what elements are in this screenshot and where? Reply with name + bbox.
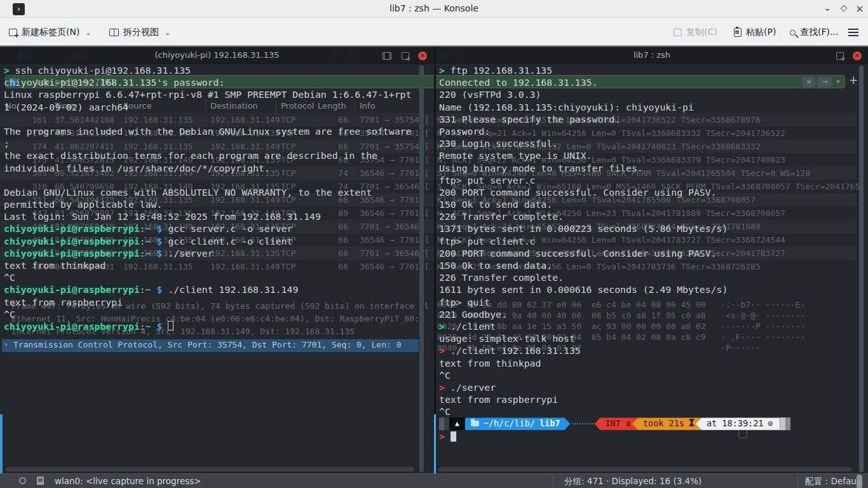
right-pane-scrollbar[interactable] — [859, 65, 864, 472]
text-segment: 200 PORT command successful. Consider us… — [439, 187, 717, 198]
powerline-cap — [439, 417, 444, 430]
window-minimize-button[interactable]: ⌄ — [820, 3, 834, 15]
terminal-line: text from raspberrypi — [439, 393, 855, 405]
detach-tab-icon[interactable] — [836, 52, 844, 60]
terminal-line: 150 Ok to send data. — [439, 259, 855, 271]
pane-divider-focus — [434, 414, 436, 473]
profile-text[interactable]: 配置：Defau — [805, 476, 857, 487]
window-maximize-button[interactable]: ◇ — [837, 3, 851, 15]
left-pane-scrollbar[interactable] — [419, 65, 424, 472]
close-pane-button[interactable]: ✕ — [853, 51, 862, 60]
right-pane-header: lib7 : zsh ✕ — [436, 48, 868, 64]
text-segment: 221 Goodbye. — [439, 309, 507, 320]
terminal-line: text from thinkpad — [4, 259, 419, 271]
terminal-line: Debian GNU/Linux comes with ABSOLUTELY N… — [4, 186, 419, 198]
terminal-line: 226 Transfer complete. — [439, 271, 855, 283]
text-segment: individual files in /usr/share/doc/*/cop… — [4, 163, 270, 173]
wireshark-selected-detail-row[interactable]: › Transmission Control Protocol, Src Por… — [2, 339, 419, 352]
paste-button[interactable]: 粘贴(P) — [734, 25, 776, 40]
split-view-button[interactable]: 拆分视图 ⌄ — [109, 25, 170, 40]
powerline-cap — [785, 417, 790, 430]
terminal-line: ^C — [439, 369, 855, 381]
text-segment: Debian GNU/Linux comes with ABSOLUTELY N… — [4, 187, 372, 198]
terminal-line: Linux raspberrypi 6.6.47+rpt-rpi-v8 #1 S… — [4, 88, 419, 100]
text-segment: chiyoyuki-pi@192.168.31.135's password: — [4, 77, 224, 88]
text-segment: ^C — [439, 406, 451, 417]
terminal-line: Using binary mode to transfer files. — [439, 162, 855, 174]
chevron-down-icon[interactable]: ⌄ — [85, 29, 91, 37]
chevron-down-icon[interactable]: ⌄ — [165, 29, 170, 37]
terminal-line: 1 (2024-09-02) aarch64 — [4, 101, 419, 113]
statusbar-separator — [797, 476, 798, 487]
terminal-right[interactable]: > ftp 192.168.31.135Connected to 192.168… — [439, 64, 855, 442]
text-segment: Name (192.168.31.135:chiyoyuki): chiyoyu… — [439, 102, 694, 112]
scrollbar-thumb[interactable] — [857, 475, 862, 488]
text-segment: ftp> put server.c — [439, 175, 535, 186]
terminal-line: The programs included with the Debian GN… — [4, 125, 419, 137]
terminal-line: text from thinkpad — [439, 357, 855, 369]
terminal-line — [4, 113, 419, 125]
pane-divider[interactable] — [434, 46, 436, 473]
text-segment: > — [439, 321, 445, 332]
terminal-line: ^C — [4, 271, 419, 283]
terminal-line: 226 Transfer complete. — [439, 210, 855, 222]
terminal-line: 230 Login successful. — [439, 137, 855, 149]
powerline-prompt: ▲~/h/c/lib/lib7INTxtook 21sat 18:39:21⊙ — [439, 417, 790, 430]
terminal-line: > ./server — [439, 381, 855, 393]
powerline-duration-segment: took 21s — [632, 417, 702, 430]
capture-status-text: wlan0: <live capture in progress> — [55, 476, 201, 486]
new-tab-button[interactable]: 新建标签页(N) ⌄ — [9, 25, 92, 40]
new-tab-label: 新建标签页(N) — [22, 27, 79, 38]
text-segment: permitted by applicable law. — [4, 199, 162, 210]
chevron-right-icon[interactable]: › — [4, 340, 8, 349]
text-segment: Using binary mode to transfer files. — [439, 163, 643, 173]
terminal-workspace: tcp.port == 7701 × → ▾ + No.TimeSourceDe… — [0, 46, 868, 473]
text-segment: 331 Please specify the password. — [439, 114, 620, 125]
window-close-button[interactable]: × — [853, 3, 867, 15]
wireshark-hscrollbar[interactable] — [6, 467, 414, 471]
text-segment: text from raspberrypi — [439, 394, 558, 405]
hamburger-menu-button[interactable] — [848, 25, 858, 40]
text-segment: text from thinkpad — [439, 358, 541, 369]
expert-info-icon[interactable] — [19, 477, 26, 484]
copy-button[interactable]: 复制(C) — [674, 25, 717, 40]
text-segment: the exact distribution terms for each pr… — [4, 150, 377, 161]
wireshark-hscrollbar[interactable] — [438, 467, 851, 471]
text-segment: > — [439, 65, 445, 76]
folder-icon — [471, 421, 479, 426]
find-button[interactable]: 查找(F)... — [790, 25, 838, 40]
close-pane-button[interactable]: ✕ — [418, 51, 427, 60]
window-title: lib7 : zsh — Konsole — [0, 3, 868, 13]
text-segment: ./server — [163, 248, 214, 259]
os-logo-icon: ▲ — [449, 417, 465, 430]
text-segment: ^C — [4, 309, 15, 320]
terminal-line: 150 Ok to send data. — [439, 198, 855, 210]
text-segment: 1611 bytes sent in 0.000616 seconds (2.4… — [439, 284, 728, 295]
text-segment: ^C — [4, 272, 15, 283]
terminal-line: Connected to 192.168.31.135. — [439, 76, 855, 88]
detach-tab-icon[interactable] — [402, 52, 409, 60]
text-segment: ~ — [146, 248, 151, 259]
terminal-line: ^C — [439, 405, 855, 417]
capture-comment-icon[interactable] — [37, 477, 44, 485]
text-segment — [451, 431, 456, 442]
text-segment — [168, 321, 173, 330]
hourglass-icon — [689, 417, 695, 430]
terminal-left[interactable]: > ssh chiyoyuki-pi@192.168.31.135chiyoyu… — [4, 64, 419, 332]
text-segment: ./server — [445, 382, 496, 393]
find-label: 查找(F)... — [800, 27, 838, 38]
terminal-line: individual files in /usr/share/doc/*/cop… — [4, 162, 419, 174]
text-segment: Remote system type is UNIX. — [439, 150, 592, 161]
terminal-line: ftp> quit — [439, 296, 855, 308]
terminal-line: ; — [4, 137, 419, 149]
text-segment: $ — [157, 284, 163, 295]
terminal-line: chiyoyuki-pi@192.168.31.135's password: — [4, 76, 419, 88]
terminal-line: ftp> put client.c — [439, 235, 855, 247]
text-segment: ~ — [146, 236, 151, 247]
text-segment: usage: simplex-talk host — [439, 333, 575, 344]
text-segment: 1371 bytes sent in 0.000223 seconds (5.8… — [439, 223, 728, 234]
text-segment — [151, 236, 157, 247]
expand-pane-icon[interactable] — [383, 52, 390, 60]
terminal-line: Password: — [439, 125, 855, 137]
terminal-line: Last login: Sun Jan 12 18:48:52 2025 fro… — [4, 210, 419, 222]
